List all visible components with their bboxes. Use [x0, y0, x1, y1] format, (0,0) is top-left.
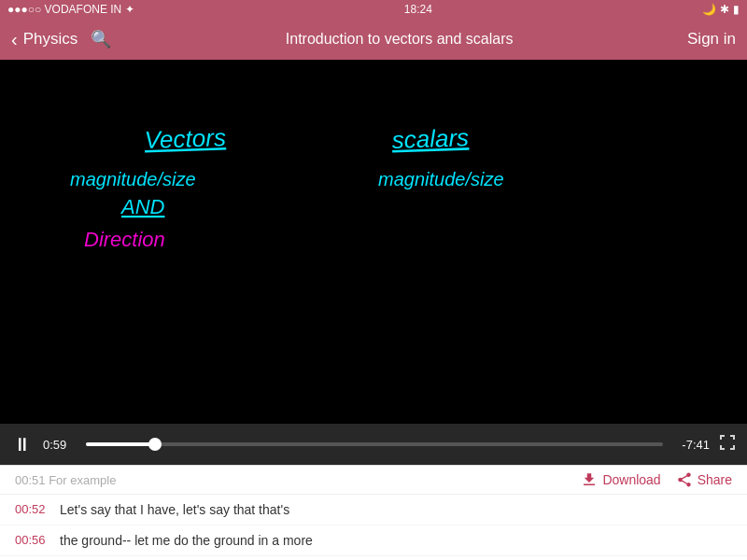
transcript-header: 00:51 For example Download Share [0, 466, 747, 495]
current-transcript-line: 00:51 For example [15, 473, 116, 487]
transcript-text-1: the ground-- let me do the ground in a m… [60, 533, 313, 548]
download-label: Download [602, 472, 660, 487]
download-button[interactable]: Download [581, 471, 660, 488]
sign-in-button[interactable]: Sign in [687, 30, 736, 49]
transcript-panel: 00:51 For example Download Share 00:52 L… [0, 465, 747, 560]
page-title: Introduction to vectors and scalars [111, 31, 687, 48]
carrier-label: ●●●○○ VODAFONE IN ✦ [7, 3, 134, 16]
progress-fill [86, 442, 155, 446]
status-left: ●●●○○ VODAFONE IN ✦ [7, 3, 134, 16]
progress-thumb[interactable] [148, 438, 162, 451]
fullscreen-icon [719, 434, 736, 451]
video-player[interactable]: Vectors magnitude/size AND Direction sca… [0, 60, 747, 424]
video-svg: Vectors magnitude/size AND Direction sca… [0, 60, 747, 424]
search-icon[interactable]: 🔍 [91, 29, 111, 49]
transcript-row-2: 00:58 appropriate ground-like color. [0, 556, 747, 560]
svg-text:scalars: scalars [391, 123, 469, 154]
video-content: Vectors magnitude/size AND Direction sca… [0, 60, 747, 424]
svg-text:Direction: Direction [84, 228, 165, 251]
download-icon [581, 471, 598, 488]
back-label: Physics [23, 30, 78, 49]
share-label: Share [698, 472, 732, 487]
transcript-time-1[interactable]: 00:56 [15, 533, 50, 547]
svg-text:magnitude/size: magnitude/size [70, 169, 196, 189]
svg-text:AND: AND [120, 195, 165, 218]
transcript-row-0: 00:52 Let's say that I have, let's say t… [0, 495, 747, 525]
bluetooth-icon: ✱ [720, 3, 729, 16]
current-time: 0:59 [43, 438, 77, 452]
share-button[interactable]: Share [676, 471, 732, 488]
nav-bar: ‹ Physics 🔍 Introduction to vectors and … [0, 19, 747, 60]
transcript-row-1: 00:56 the ground-- let me do the ground … [0, 525, 747, 556]
status-right: 🌙 ✱ ▮ [702, 3, 740, 16]
transcript-actions: Download Share [581, 471, 732, 488]
moon-icon: 🌙 [702, 3, 716, 16]
status-bar: ●●●○○ VODAFONE IN ✦ 18:24 🌙 ✱ ▮ [0, 0, 747, 19]
back-arrow-icon: ‹ [11, 29, 18, 50]
fullscreen-button[interactable] [719, 434, 736, 455]
back-button[interactable]: ‹ Physics 🔍 [11, 29, 111, 50]
transcript-text-0: Let's say that I have, let's say that th… [60, 502, 289, 517]
battery-icon: ▮ [733, 3, 740, 16]
svg-text:Vectors: Vectors [144, 123, 226, 154]
remaining-time: -7:41 [672, 438, 710, 452]
progress-bar[interactable] [86, 442, 663, 446]
status-time: 18:24 [404, 3, 432, 16]
share-icon [676, 471, 693, 488]
pause-button[interactable]: ⏸ [11, 434, 34, 455]
video-controls-bar: ⏸ 0:59 -7:41 [0, 424, 747, 465]
svg-text:magnitude/size: magnitude/size [378, 169, 504, 189]
transcript-time-0[interactable]: 00:52 [15, 502, 50, 516]
